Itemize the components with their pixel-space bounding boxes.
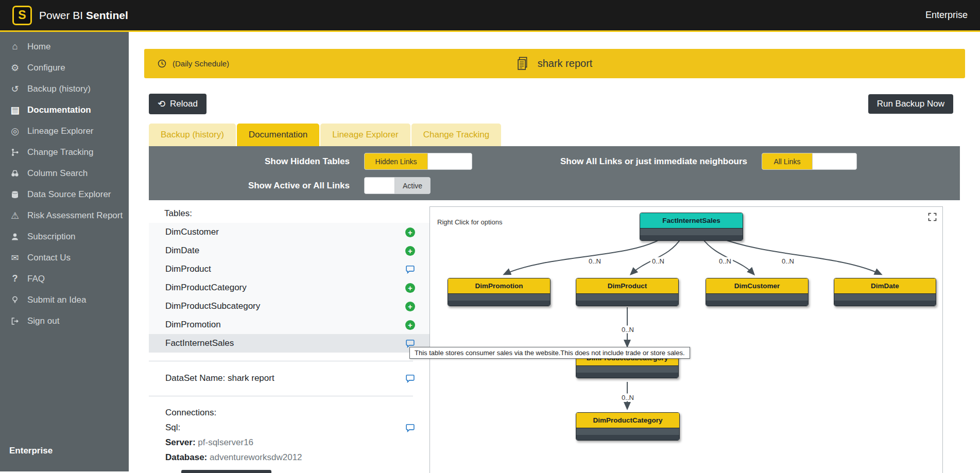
- hidden-links-toggle[interactable]: Hidden Links: [364, 153, 472, 170]
- sidebar-item-label: Lineage Explorer: [27, 126, 94, 136]
- sidebar-item-label: Column Search: [27, 168, 88, 179]
- sidebar-item-lineage-explorer[interactable]: ◎ Lineage Explorer: [0, 120, 129, 142]
- sql-row: Sql:: [149, 423, 429, 433]
- comment-icon[interactable]: [405, 339, 415, 348]
- sidebar-item-home[interactable]: ⌂ Home: [0, 36, 129, 57]
- report-icon: [517, 57, 529, 71]
- sidebar-item-documentation[interactable]: ▤ Documentation: [0, 99, 129, 120]
- sidebar-item-label: Subscription: [27, 232, 76, 242]
- app-logo-icon: S: [12, 6, 32, 25]
- add-annotation-icon[interactable]: +: [405, 302, 415, 311]
- node-title: DimProduct: [576, 278, 678, 294]
- sidebar-item-sign-out[interactable]: Sign out: [0, 310, 129, 331]
- node-body: [834, 294, 936, 306]
- sidebar-item-label: Data Source Explorer: [27, 189, 111, 200]
- tab-documentation[interactable]: Documentation: [237, 124, 319, 146]
- sidebar-item-column-search[interactable]: Column Search: [0, 163, 129, 184]
- reload-button[interactable]: ⟲ Reload: [149, 94, 207, 114]
- all-links-label: Show All Links or just immediate neighbo…: [560, 156, 747, 167]
- top-bar: S Power BI Sentinel Enterprise: [0, 0, 980, 32]
- sidebar-plan-label: Enterprise: [9, 446, 53, 456]
- active-toggle-on: Active: [394, 178, 430, 194]
- table-name: DimProduct: [165, 264, 211, 274]
- report-banner: (Daily Schedule) shark report: [144, 49, 965, 78]
- sidebar-item-data-source-explorer[interactable]: Data Source Explorer: [0, 184, 129, 205]
- node-title: DimProductCategory: [576, 413, 679, 428]
- tab-lineage-explorer[interactable]: Lineage Explorer: [320, 124, 410, 146]
- all-links-toggle-off: [812, 153, 856, 169]
- envelope-icon: ✉: [9, 252, 21, 264]
- table-name: FactInternetSales: [165, 338, 234, 348]
- table-row-dimproduct[interactable]: DimProduct: [149, 260, 429, 278]
- node-body: [576, 366, 678, 378]
- cardinality-label: 0..N: [780, 257, 796, 265]
- table-row-dimproductcategory[interactable]: DimProductCategory +: [149, 278, 429, 297]
- node-body: [706, 294, 808, 306]
- active-links-toggle[interactable]: Active: [364, 177, 431, 194]
- tab-change-tracking[interactable]: Change Tracking: [411, 124, 502, 146]
- node-title: DimDate: [834, 278, 936, 294]
- table-name: DimProductCategory: [165, 283, 247, 293]
- node-body: [576, 294, 678, 306]
- dataset-name-row: DataSet Name: shark report: [149, 369, 429, 388]
- table-tooltip: This table stores consumer sales via the…: [409, 347, 690, 359]
- node-title: FactInternetSales: [640, 213, 743, 229]
- sql-label: Sql:: [165, 423, 180, 433]
- sidebar-item-faq[interactable]: ? FAQ: [0, 268, 129, 289]
- cardinality-label: 0..N: [650, 257, 666, 265]
- comment-icon[interactable]: [405, 265, 415, 274]
- database-value: adventureworksdw2012: [210, 452, 302, 462]
- sidebar-item-configure[interactable]: ⚙ Configure: [0, 57, 129, 78]
- brand-title: Power BI Sentinel: [39, 9, 128, 22]
- add-annotation-icon[interactable]: +: [405, 246, 415, 256]
- cut-off-element: [181, 470, 271, 473]
- expand-icon[interactable]: [928, 213, 937, 221]
- cardinality-label: 0..N: [620, 326, 635, 334]
- lineage-icon: ◎: [9, 126, 21, 137]
- sidebar-item-subscription[interactable]: Subscription: [0, 226, 129, 247]
- sidebar-item-submit-idea[interactable]: Submit an Idea: [0, 289, 129, 310]
- table-row-dimcustomer[interactable]: DimCustomer +: [149, 223, 429, 241]
- refresh-icon: ⟲: [158, 98, 165, 110]
- brand-prefix: Power BI: [39, 9, 86, 21]
- right-click-hint: Right Click for options: [437, 218, 502, 226]
- add-annotation-icon[interactable]: +: [405, 227, 415, 237]
- report-title-group: shark report: [517, 57, 593, 71]
- table-name: DimPromotion: [165, 320, 221, 330]
- sidebar-item-risk-assessment[interactable]: ⚠ Risk Assessment Report: [0, 205, 129, 226]
- tab-backup-history[interactable]: Backup (history): [149, 124, 236, 146]
- add-annotation-icon[interactable]: +: [405, 283, 415, 293]
- node-dimpromotion[interactable]: DimPromotion: [448, 278, 551, 306]
- person-icon: [9, 232, 21, 241]
- node-dimproduct[interactable]: DimProduct: [576, 278, 679, 306]
- node-title: DimPromotion: [448, 278, 550, 294]
- node-body: [576, 428, 679, 440]
- node-dimdate[interactable]: DimDate: [834, 278, 936, 306]
- sidebar-item-backup-history[interactable]: ↺ Backup (history): [0, 78, 129, 99]
- sidebar-item-label: Home: [27, 42, 50, 52]
- database-row: Database: adventureworksdw2012: [149, 452, 429, 463]
- server-row: Server: pf-sqlserver16: [149, 437, 429, 448]
- sidebar-item-label: Submit an Idea: [27, 295, 86, 305]
- node-factinternetsales[interactable]: FactInternetSales: [640, 213, 743, 241]
- sidebar-item-contact-us[interactable]: ✉ Contact Us: [0, 247, 129, 268]
- comment-icon[interactable]: [405, 374, 415, 383]
- table-row-dimpromotion[interactable]: DimPromotion +: [149, 316, 429, 334]
- add-annotation-icon[interactable]: +: [405, 320, 415, 330]
- connections-heading: Connections:: [149, 408, 429, 418]
- table-row-dimproductsubcategory[interactable]: DimProductSubcategory +: [149, 297, 429, 316]
- table-row-dimdate[interactable]: DimDate +: [149, 241, 429, 260]
- model-diagram: Right Click for options: [429, 206, 943, 473]
- table-row-factinternetsales[interactable]: FactInternetSales: [149, 334, 429, 353]
- comment-icon[interactable]: [405, 424, 415, 432]
- active-toggle-off: [365, 178, 394, 194]
- all-links-toggle[interactable]: All Links: [762, 153, 857, 170]
- run-backup-now-button[interactable]: Run Backup Now: [868, 94, 953, 114]
- warning-icon: ⚠: [9, 210, 21, 221]
- cardinality-label: 0..N: [620, 394, 635, 401]
- node-dimproductcategory[interactable]: DimProductCategory: [576, 412, 680, 441]
- all-links-toggle-on: All Links: [762, 153, 812, 169]
- sidebar-item-change-tracking[interactable]: Change Tracking: [0, 142, 129, 163]
- node-dimcustomer[interactable]: DimCustomer: [706, 278, 809, 306]
- sidebar-item-label: Backup (history): [27, 84, 91, 94]
